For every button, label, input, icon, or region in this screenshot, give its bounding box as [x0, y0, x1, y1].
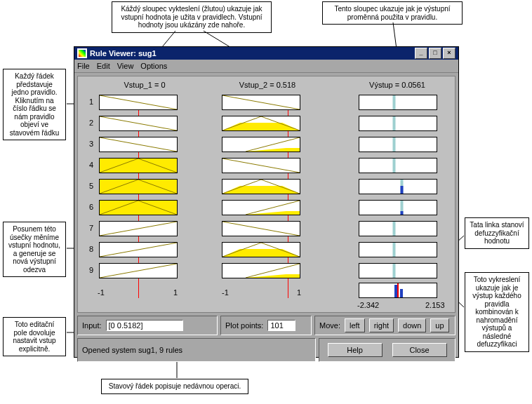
rule-mf-box	[99, 116, 178, 131]
rule-output-box	[359, 200, 437, 215]
rule-mf-box	[222, 137, 300, 152]
svg-rect-17	[393, 222, 396, 236]
help-button[interactable]: Help	[328, 343, 383, 357]
header-output: Výstup = 0.0561	[352, 81, 443, 89]
status-text: Opened system sug1, 9 rules	[82, 346, 182, 354]
rule-output-box	[359, 263, 437, 278]
close-button[interactable]: Close	[392, 343, 447, 357]
rule-output-box	[359, 179, 437, 194]
rule-number[interactable]: 2	[81, 119, 93, 127]
rule-mf-box	[222, 242, 300, 257]
svg-rect-10	[393, 116, 396, 130]
menu-view[interactable]: View	[117, 62, 134, 70]
rule-mf-box	[99, 263, 178, 278]
rule-number[interactable]: 5	[81, 182, 93, 190]
rule-number[interactable]: 1	[81, 97, 93, 106]
rule-number[interactable]: 7	[81, 224, 93, 232]
axis-in1-min: -1	[98, 288, 105, 297]
rule-mf-box	[99, 179, 178, 194]
move-panel: Move: left right down up	[314, 316, 455, 335]
svg-rect-11	[393, 137, 396, 152]
plotpoints-panel: Plot points:	[220, 316, 312, 335]
status-bar: Opened system sug1, 9 rules	[77, 338, 316, 362]
rule-mf-box	[222, 158, 300, 173]
axis-in1-max: 1	[173, 288, 178, 297]
window-title: Rule Viewer: sug1	[90, 49, 157, 58]
rule-output-box	[359, 137, 437, 152]
svg-rect-12	[393, 159, 396, 173]
plotpoints-label: Plot points:	[225, 321, 263, 330]
rule-mf-box	[222, 221, 300, 236]
rule-number[interactable]: 4	[81, 161, 93, 169]
move-label: Move:	[319, 321, 340, 330]
rule-mf-box	[99, 200, 178, 215]
input-panel: Input:	[77, 316, 218, 335]
menu-edit[interactable]: Edit	[97, 62, 110, 70]
titlebar[interactable]: Rule Viewer: sug1 _ □ ×	[74, 47, 458, 60]
maximize-button[interactable]: □	[429, 48, 441, 59]
header-input2: Vstup_2 = 0.518	[222, 81, 313, 89]
buttons-panel: Help Close	[319, 338, 455, 362]
svg-rect-19	[393, 264, 396, 278]
header-input1: Vstup_1 = 0	[99, 81, 190, 89]
rule-mf-box	[99, 137, 178, 152]
rule-mf-box	[99, 221, 178, 236]
rule-output-box	[359, 242, 437, 257]
axis-out-max: 2.153	[425, 301, 445, 309]
rule-output-box	[359, 116, 437, 131]
svg-rect-16	[401, 211, 404, 215]
rule-mf-box	[222, 263, 300, 278]
rule-mf-box	[222, 116, 300, 131]
plotpoints-field[interactable]	[267, 320, 295, 331]
menu-file[interactable]: File	[77, 62, 90, 70]
rule-mf-box	[99, 242, 178, 257]
rule-mf-box	[222, 95, 300, 110]
rule-output-box	[359, 221, 437, 236]
axis-in2-max: 1	[297, 288, 301, 297]
rule-mf-box	[222, 179, 300, 194]
rule-number[interactable]: 9	[81, 266, 93, 274]
move-up-button[interactable]: up	[430, 318, 448, 332]
svg-rect-21	[400, 289, 403, 297]
input-field[interactable]	[106, 320, 183, 331]
move-left-button[interactable]: left	[345, 318, 365, 332]
rule-number[interactable]: 3	[81, 140, 93, 148]
svg-rect-9	[393, 95, 396, 109]
svg-rect-14	[401, 186, 404, 194]
rule-mf-box	[222, 200, 300, 215]
axis-out-min: -2.342	[357, 301, 379, 309]
close-window-button[interactable]: ×	[443, 48, 455, 59]
rule-number[interactable]: 8	[81, 245, 93, 253]
svg-rect-18	[393, 243, 396, 257]
rule-number[interactable]: 6	[81, 203, 93, 211]
menu-options[interactable]: Options	[140, 62, 167, 70]
plot-area: Vstup_1 = 0 Vstup_2 = 0.518 Výstup = 0.0…	[77, 76, 455, 313]
rule-output-box	[359, 158, 437, 173]
minimize-button[interactable]: _	[415, 48, 427, 59]
menubar: File Edit View Options	[74, 60, 458, 73]
move-right-button[interactable]: right	[369, 318, 394, 332]
output-aggregate	[359, 283, 437, 298]
rule-mf-box	[99, 95, 178, 110]
input-label: Input:	[82, 321, 102, 330]
rule-viewer-window: Rule Viewer: sug1 _ □ × File Edit View O…	[74, 46, 459, 358]
app-icon	[77, 48, 87, 58]
move-down-button[interactable]: down	[398, 318, 426, 332]
rule-mf-box	[99, 158, 178, 173]
rule-output-box	[359, 95, 437, 110]
axis-in2-min: -1	[222, 288, 229, 297]
